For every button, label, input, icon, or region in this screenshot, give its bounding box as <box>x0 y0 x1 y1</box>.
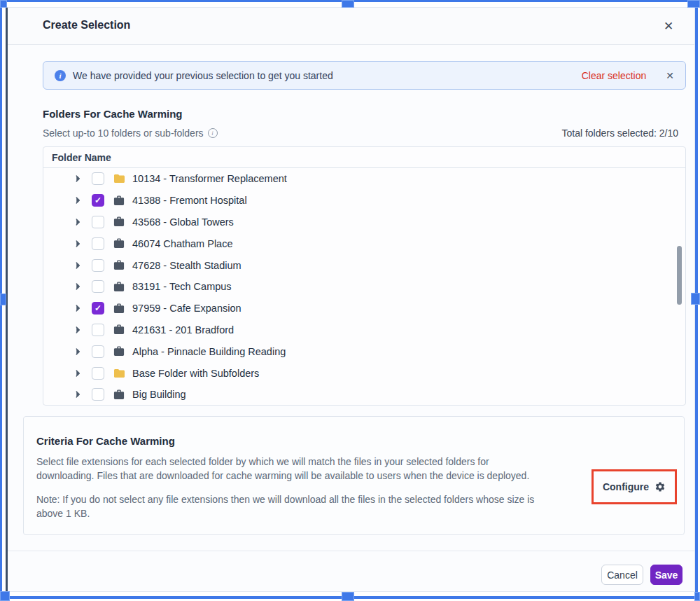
total-folders-counter: Total folders selected: 2/10 <box>561 127 678 139</box>
configure-highlight-box: Configure <box>592 469 677 504</box>
previous-selection-banner: i We have provided your previous selecti… <box>43 61 686 90</box>
row-checkbox[interactable] <box>92 216 104 228</box>
selection-handle-right-mid[interactable] <box>691 293 700 305</box>
gear-icon <box>654 481 666 492</box>
criteria-note-line: Note: If you do not select any file exte… <box>36 492 596 506</box>
selection-handle-top-right[interactable] <box>687 0 700 8</box>
chevron-right-icon[interactable] <box>73 389 83 399</box>
briefcase-icon <box>113 216 126 228</box>
banner-message: We have provided your previous selection… <box>73 70 582 81</box>
footer-divider <box>8 551 694 551</box>
banner-dismiss-icon[interactable]: ✕ <box>666 70 674 81</box>
row-checkbox[interactable] <box>92 172 104 185</box>
tree-row[interactable]: 421631 - 201 Bradford <box>43 319 685 341</box>
criteria-description-line: Select file extensions for each selected… <box>36 455 596 469</box>
chevron-right-icon[interactable] <box>73 261 83 270</box>
tree-row[interactable]: 83191 - Tech Campus <box>43 276 685 298</box>
save-button[interactable]: Save <box>650 565 682 585</box>
tree-row-label: 10134 - Transformer Replacement <box>132 173 287 184</box>
folders-section-subtitle: Select up-to 10 folders or sub-folders i <box>43 127 218 139</box>
criteria-note-line: above 1 KB. <box>36 506 596 520</box>
folder-name-column-header: Folder Name <box>43 147 685 168</box>
selection-handle-top-mid[interactable] <box>342 0 354 8</box>
subtitle-text: Select up-to 10 folders or sub-folders <box>43 127 204 139</box>
tree-row-label: Alpha - Pinnacle Building Reading <box>132 346 286 357</box>
row-checkbox[interactable] <box>92 345 104 358</box>
create-selection-modal: Create Selection ✕ i We have provided yo… <box>6 7 695 592</box>
row-checkbox[interactable] <box>92 237 104 250</box>
chevron-right-icon[interactable] <box>73 195 83 205</box>
folder-tree-rows: 10134 - Transformer Replacement 41388 - … <box>43 168 685 406</box>
criteria-section: Criteria For Cache Warming Select file e… <box>23 416 685 535</box>
row-checkbox[interactable] <box>92 280 104 293</box>
briefcase-icon <box>113 324 126 336</box>
tree-row-label: 43568 - Global Towers <box>132 216 234 228</box>
chevron-right-icon[interactable] <box>73 325 83 335</box>
tree-row[interactable]: 47628 - Stealth Stadium <box>43 254 685 276</box>
configure-button[interactable]: Configure <box>603 481 666 492</box>
tree-row-label: 421631 - 201 Bradford <box>132 324 234 336</box>
briefcase-icon <box>113 194 126 207</box>
criteria-description: Select file extensions for each selected… <box>36 455 596 483</box>
tree-row-label: Big Building <box>132 389 186 400</box>
row-checkbox[interactable] <box>92 367 104 380</box>
selection-handle-left-mid[interactable] <box>0 293 6 305</box>
screenshot-stage: Create Selection ✕ i We have provided yo… <box>0 0 700 601</box>
folder-tree-table: Folder Name 10134 - Transformer Replacem… <box>43 146 686 406</box>
tree-row[interactable]: 41388 - Fremont Hospital <box>43 190 685 212</box>
folders-section-title: Folders For Cache Warming <box>43 108 182 120</box>
briefcase-icon <box>113 388 126 401</box>
briefcase-icon <box>113 345 126 358</box>
configure-label: Configure <box>603 481 649 492</box>
modal-close-icon[interactable]: ✕ <box>659 17 678 35</box>
chevron-right-icon[interactable] <box>73 217 83 227</box>
modal-header: Create Selection ✕ <box>8 8 694 45</box>
subtitle-info-icon[interactable]: i <box>208 128 218 138</box>
briefcase-icon <box>113 302 126 315</box>
tree-scrollbar-thumb[interactable] <box>677 246 682 305</box>
modal-title: Create Selection <box>43 19 130 32</box>
selection-handle-bottom-mid[interactable] <box>342 592 354 601</box>
tree-row[interactable]: 97959 - Cafe Expansion <box>43 298 685 319</box>
info-icon: i <box>55 70 66 81</box>
tree-row-label: 47628 - Stealth Stadium <box>132 260 241 271</box>
tree-row-label: 83191 - Tech Campus <box>132 281 232 292</box>
tree-row-label: 46074 Chatham Place <box>132 238 233 249</box>
row-checkbox[interactable] <box>92 302 104 315</box>
tree-row[interactable]: Alpha - Pinnacle Building Reading <box>43 340 685 362</box>
tree-row-label: 41388 - Fremont Hospital <box>132 195 247 206</box>
folder-icon <box>113 172 126 185</box>
tree-row-label: 97959 - Cafe Expansion <box>132 303 241 314</box>
chevron-right-icon[interactable] <box>73 347 83 357</box>
selection-handle-top-left[interactable] <box>0 0 7 8</box>
criteria-note: Note: If you do not select any file exte… <box>36 492 596 520</box>
tree-row[interactable]: Big Building <box>43 384 685 406</box>
clear-selection-link[interactable]: Clear selection <box>582 70 647 81</box>
row-checkbox[interactable] <box>92 259 104 272</box>
chevron-right-icon[interactable] <box>73 303 83 313</box>
criteria-title: Criteria For Cache Warming <box>36 435 175 447</box>
chevron-right-icon[interactable] <box>73 368 83 378</box>
tree-row[interactable]: 10134 - Transformer Replacement <box>43 168 685 190</box>
tree-row-label: Base Folder with Subfolders <box>132 368 259 379</box>
row-checkbox[interactable] <box>92 388 104 401</box>
chevron-right-icon[interactable] <box>73 174 83 184</box>
selection-handle-bottom-right[interactable] <box>694 592 700 601</box>
row-checkbox[interactable] <box>92 324 104 336</box>
chevron-right-icon[interactable] <box>73 239 83 249</box>
briefcase-icon <box>113 280 126 293</box>
row-checkbox[interactable] <box>92 194 104 207</box>
folder-icon <box>113 367 126 380</box>
selection-handle-bottom-left[interactable] <box>0 591 10 601</box>
briefcase-icon <box>113 237 126 250</box>
tree-row[interactable]: 43568 - Global Towers <box>43 212 685 233</box>
briefcase-icon <box>113 259 126 272</box>
tree-row[interactable]: Base Folder with Subfolders <box>43 362 685 384</box>
tree-row[interactable]: 46074 Chatham Place <box>43 233 685 254</box>
cancel-button[interactable]: Cancel <box>601 565 643 585</box>
criteria-description-line: downloading. Files that are downloaded f… <box>36 469 596 483</box>
chevron-right-icon[interactable] <box>73 282 83 291</box>
